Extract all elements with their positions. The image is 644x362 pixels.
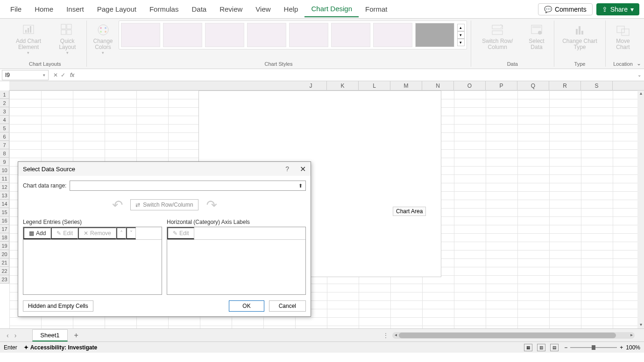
chart-style-1[interactable] bbox=[121, 23, 160, 47]
sheet-tab-active[interactable]: Sheet1 bbox=[32, 329, 67, 341]
legend-move-up-button[interactable]: ˄ bbox=[116, 227, 126, 239]
collapse-ribbon-button[interactable]: ⌄ bbox=[637, 60, 641, 67]
chart-style-2[interactable] bbox=[163, 23, 202, 47]
tab-help[interactable]: Help bbox=[277, 1, 305, 17]
row-header-17[interactable]: 17 bbox=[0, 225, 9, 233]
col-header-L[interactable]: L bbox=[359, 81, 390, 90]
axis-labels-list[interactable]: ✎Edit bbox=[167, 227, 306, 295]
gallery-down-button[interactable]: ▾ bbox=[457, 31, 465, 39]
tab-chart-design[interactable]: Chart Design bbox=[304, 1, 359, 17]
row-header-15[interactable]: 15 bbox=[0, 208, 9, 216]
dialog-close-button[interactable]: ✕ bbox=[300, 165, 306, 174]
legend-add-button[interactable]: ▦Add bbox=[23, 227, 51, 239]
comments-button[interactable]: 💬 Comments bbox=[538, 3, 593, 15]
horizontal-scrollbar[interactable]: ◂ ▸ bbox=[392, 332, 635, 339]
dialog-help-button[interactable]: ? bbox=[285, 165, 289, 173]
expand-formula-bar-button[interactable]: ⌄ bbox=[637, 72, 641, 77]
share-button[interactable]: ⇪ Share ▾ bbox=[596, 3, 639, 15]
row-header-6[interactable]: 6 bbox=[0, 132, 9, 141]
row-header-11[interactable]: 11 bbox=[0, 174, 9, 183]
add-chart-element-button[interactable]: Add Chart Element ▾ bbox=[7, 21, 50, 57]
row-header-16[interactable]: 16 bbox=[0, 216, 9, 225]
chart-style-4[interactable] bbox=[247, 23, 286, 47]
scroll-left-icon[interactable]: ◂ bbox=[392, 332, 399, 337]
switch-row-column-button[interactable]: Switch Row/ Column bbox=[475, 21, 520, 52]
row-header-23[interactable]: 23 bbox=[0, 275, 9, 284]
ok-button[interactable]: OK bbox=[229, 300, 264, 312]
switch-row-column-dialog-button[interactable]: ⇄ Switch Row/Column bbox=[130, 199, 198, 210]
sheet-options-icon[interactable]: ⋮ bbox=[383, 332, 389, 339]
hidden-empty-cells-button[interactable]: Hidden and Empty Cells bbox=[23, 300, 93, 312]
row-header-19[interactable]: 19 bbox=[0, 242, 9, 250]
normal-view-button[interactable]: ▦ bbox=[524, 344, 532, 351]
chart-style-6[interactable] bbox=[331, 23, 370, 47]
row-header-12[interactable]: 12 bbox=[0, 183, 9, 191]
col-header-P[interactable]: P bbox=[486, 81, 517, 90]
scroll-down-icon[interactable]: ▾ bbox=[637, 322, 644, 328]
col-header-M[interactable]: M bbox=[390, 81, 422, 90]
cancel-button[interactable]: Cancel bbox=[269, 300, 306, 312]
chart-data-range-field[interactable]: ⬆ bbox=[70, 181, 306, 191]
row-header-7[interactable]: 7 bbox=[0, 141, 9, 149]
legend-move-down-button[interactable]: ˅ bbox=[126, 227, 136, 239]
legend-edit-button[interactable]: ✎Edit bbox=[51, 227, 78, 239]
tab-data[interactable]: Data bbox=[185, 1, 213, 17]
tab-home[interactable]: Home bbox=[28, 1, 60, 17]
collapse-dialog-button[interactable]: ⬆ bbox=[295, 181, 305, 190]
row-header-20[interactable]: 20 bbox=[0, 250, 9, 258]
col-header-O[interactable]: O bbox=[454, 81, 486, 90]
row-header-14[interactable]: 14 bbox=[0, 200, 9, 208]
col-header-Q[interactable]: Q bbox=[517, 81, 549, 90]
select-data-button[interactable]: Select Data bbox=[523, 21, 550, 52]
row-header-1[interactable]: 1 bbox=[0, 90, 9, 99]
zoom-out-button[interactable]: − bbox=[564, 344, 567, 351]
tab-insert[interactable]: Insert bbox=[60, 1, 91, 17]
legend-remove-button[interactable]: ✕Remove bbox=[78, 227, 116, 239]
zoom-slider[interactable] bbox=[570, 347, 617, 348]
change-chart-type-button[interactable]: Change Chart Type bbox=[558, 21, 602, 52]
zoom-in-button[interactable]: + bbox=[620, 344, 623, 351]
enter-formula-icon[interactable]: ✓ bbox=[61, 72, 65, 78]
col-header-S[interactable]: S bbox=[581, 81, 613, 90]
gallery-more-button[interactable]: ▾ bbox=[457, 39, 465, 46]
row-header-18[interactable]: 18 bbox=[0, 233, 9, 242]
sheet-nav-next[interactable]: › bbox=[12, 332, 20, 339]
change-colors-button[interactable]: Change Colors ▾ bbox=[91, 21, 116, 57]
chart-style-8[interactable] bbox=[415, 23, 454, 47]
scroll-right-icon[interactable]: ▸ bbox=[628, 332, 635, 337]
chart-style-5[interactable] bbox=[289, 23, 328, 47]
row-header-22[interactable]: 22 bbox=[0, 267, 9, 275]
quick-layout-button[interactable]: Quick Layout ▾ bbox=[52, 21, 83, 57]
chart-style-3[interactable] bbox=[205, 23, 244, 47]
row-header-2[interactable]: 2 bbox=[0, 99, 9, 107]
row-header-4[interactable]: 4 bbox=[0, 116, 9, 124]
legend-entries-list[interactable]: ▦Add ✎Edit ✕Remove ˄ ˅ bbox=[23, 227, 162, 295]
tab-format[interactable]: Format bbox=[359, 1, 394, 17]
col-header-R[interactable]: R bbox=[549, 81, 581, 90]
move-chart-button[interactable]: Move Chart bbox=[609, 21, 637, 52]
fx-icon[interactable]: fx bbox=[70, 72, 74, 78]
row-header-8[interactable]: 8 bbox=[0, 149, 9, 158]
scroll-thumb[interactable] bbox=[399, 333, 616, 338]
vertical-scrollbar[interactable]: ▴ ▾ bbox=[637, 90, 644, 328]
row-header-10[interactable]: 10 bbox=[0, 166, 9, 174]
row-header-3[interactable]: 3 bbox=[0, 107, 9, 116]
accessibility-status[interactable]: ✦ Accessibility: Investigate bbox=[24, 344, 97, 351]
row-header-5[interactable]: 5 bbox=[0, 124, 9, 132]
sheet-nav-prev[interactable]: ‹ bbox=[4, 332, 12, 339]
tab-review[interactable]: Review bbox=[213, 1, 249, 17]
col-header-K[interactable]: K bbox=[327, 81, 359, 90]
tab-formulas[interactable]: Formulas bbox=[143, 1, 185, 17]
chart-data-range-input[interactable] bbox=[70, 181, 295, 190]
row-header-21[interactable]: 21 bbox=[0, 258, 9, 267]
tab-page-layout[interactable]: Page Layout bbox=[91, 1, 143, 17]
name-box[interactable]: I9 ▾ bbox=[2, 70, 49, 80]
tab-file[interactable]: File bbox=[4, 1, 28, 17]
row-header-9[interactable]: 9 bbox=[0, 158, 9, 166]
row-header-13[interactable]: 13 bbox=[0, 191, 9, 200]
tab-view[interactable]: View bbox=[249, 1, 277, 17]
col-header-N[interactable]: N bbox=[422, 81, 454, 90]
formula-input[interactable] bbox=[77, 70, 644, 80]
gallery-up-button[interactable]: ▴ bbox=[457, 24, 465, 31]
page-layout-view-button[interactable]: ▥ bbox=[537, 344, 545, 351]
